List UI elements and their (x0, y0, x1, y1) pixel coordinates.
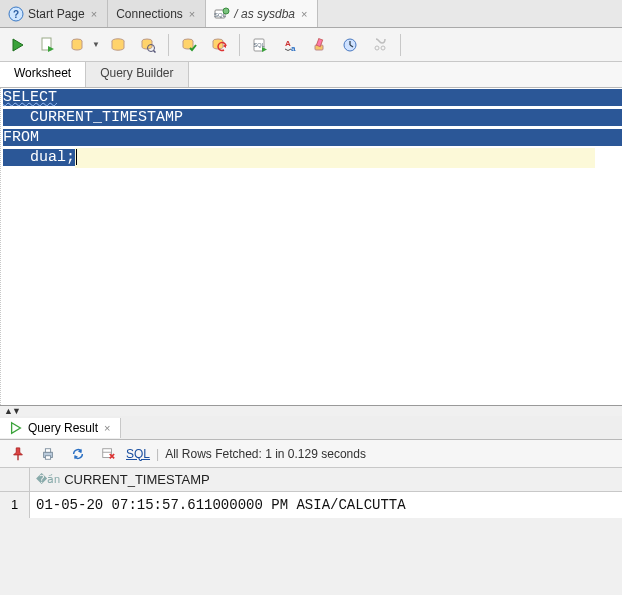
tab-query-builder[interactable]: Query Builder (86, 62, 188, 87)
run-icon (8, 420, 24, 436)
column-name: CURRENT_TIMESTAMP (64, 472, 210, 487)
separator (168, 34, 169, 56)
tab-label: Start Page (28, 7, 85, 21)
svg-rect-31 (45, 448, 50, 452)
sql-line: SELECT (3, 89, 57, 106)
result-grid: �ần CURRENT_TIMESTAMP 1 01-05-20 07:15:5… (0, 468, 622, 518)
clear-button[interactable] (308, 33, 332, 57)
sql-connection-icon: SQL (214, 6, 230, 22)
run-script-button[interactable] (36, 33, 60, 57)
find-replace-button[interactable]: Aa (278, 33, 302, 57)
sql-line: dual; (3, 149, 75, 166)
tab-query-result[interactable]: Query Result × (0, 418, 121, 438)
pin-button[interactable] (6, 442, 30, 466)
svg-marker-28 (12, 422, 21, 433)
close-icon[interactable]: × (89, 8, 99, 20)
svg-point-4 (223, 8, 229, 14)
table-row[interactable]: 1 01-05-20 07:15:57.611000000 PM ASIA/CA… (0, 492, 622, 518)
sql-line: FROM (3, 129, 39, 146)
svg-text:a: a (291, 44, 296, 53)
rownum-cell: 1 (0, 492, 30, 518)
snippets-button[interactable] (368, 33, 392, 57)
svg-text:?: ? (13, 9, 19, 20)
result-header-row: �ần CURRENT_TIMESTAMP (0, 468, 622, 492)
db-select-button[interactable] (66, 33, 90, 57)
column-sort-icon: �ần (36, 473, 60, 486)
tab-label: / as sysdba (234, 7, 295, 21)
svg-marker-5 (13, 39, 23, 51)
svg-rect-35 (103, 448, 112, 457)
separator (239, 34, 240, 56)
rownum-header (0, 468, 30, 491)
autotrace-button[interactable] (136, 33, 160, 57)
sql-line: CURRENT_TIMESTAMP (3, 109, 183, 126)
data-cell: 01-05-20 07:15:57.611000000 PM ASIA/CALC… (30, 492, 622, 518)
sql-link[interactable]: SQL (126, 447, 150, 461)
text-caret (76, 149, 77, 165)
rollback-button[interactable] (207, 33, 231, 57)
explain-plan-button[interactable] (106, 33, 130, 57)
tab-worksheet[interactable]: Worksheet (0, 62, 86, 87)
caret-line (75, 148, 595, 168)
dropdown-icon[interactable]: ▼ (92, 40, 100, 49)
tab-start-page[interactable]: ? Start Page × (0, 0, 108, 27)
refresh-button[interactable] (66, 442, 90, 466)
tab-label: Connections (116, 7, 183, 21)
close-icon[interactable]: × (187, 8, 197, 20)
svg-line-12 (153, 50, 155, 52)
sql-editor-area: − SELECT CURRENT_TIMESTAMP FROM dual; (0, 88, 622, 406)
separator (400, 34, 401, 56)
help-icon: ? (8, 6, 24, 22)
delete-row-button[interactable] (96, 442, 120, 466)
fetch-status-text: All Rows Fetched: 1 in 0.129 seconds (165, 447, 366, 461)
result-toolbar: SQL | All Rows Fetched: 1 in 0.129 secon… (0, 440, 622, 468)
connection-tab-bar: ? Start Page × Connections × SQL / as sy… (0, 0, 622, 28)
svg-point-27 (381, 46, 385, 50)
commit-button[interactable] (177, 33, 201, 57)
splitter-handle[interactable]: ▲▼ (0, 406, 622, 416)
result-tab-label: Query Result (28, 421, 98, 435)
tab-as-sysdba[interactable]: SQL / as sysdba × (206, 0, 318, 27)
sql-history-button[interactable] (338, 33, 362, 57)
open-sql-file-button[interactable]: SQL (248, 33, 272, 57)
svg-rect-32 (45, 455, 50, 459)
column-header[interactable]: �ần CURRENT_TIMESTAMP (30, 468, 622, 491)
worksheet-tab-bar: Worksheet Query Builder (0, 62, 622, 88)
close-icon[interactable]: × (102, 422, 112, 434)
sql-editor[interactable]: SELECT CURRENT_TIMESTAMP FROM dual; (1, 88, 622, 405)
result-tab-bar: Query Result × (0, 416, 622, 440)
svg-point-26 (375, 46, 379, 50)
run-statement-button[interactable] (6, 33, 30, 57)
tab-connections[interactable]: Connections × (108, 0, 206, 27)
print-button[interactable] (36, 442, 60, 466)
svg-text:SQL: SQL (253, 42, 264, 48)
worksheet-toolbar: ▼ SQL Aa (0, 28, 622, 62)
close-icon[interactable]: × (299, 8, 309, 20)
